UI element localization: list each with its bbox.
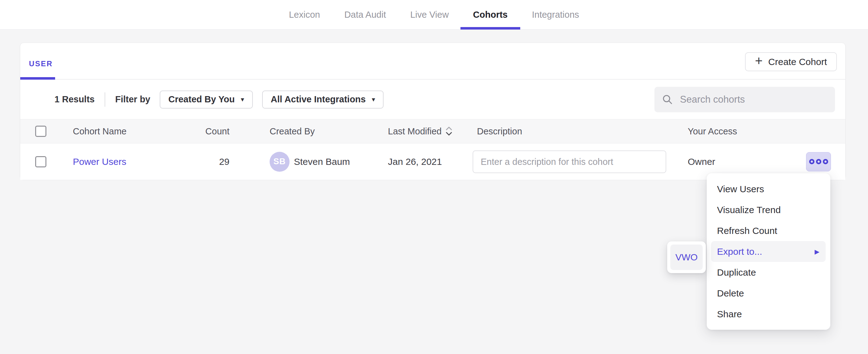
column-header-cohort-name[interactable]: Cohort Name bbox=[73, 126, 126, 136]
menu-item-view-users[interactable]: View Users bbox=[707, 179, 830, 199]
chevron-down-icon: ▾ bbox=[241, 96, 244, 103]
menu-item-share[interactable]: Share bbox=[707, 303, 830, 324]
nav-tab-cohorts[interactable]: Cohorts bbox=[473, 0, 507, 30]
last-modified-value: Jan 26, 2021 bbox=[388, 157, 442, 167]
filter-by-label: Filter by bbox=[115, 94, 150, 104]
submenu-item-vwo[interactable]: VWO bbox=[670, 245, 703, 270]
table-header-row: Cohort Name Count Created By Last Modifi… bbox=[20, 119, 845, 143]
created-by-name: Steven Baum bbox=[294, 157, 350, 167]
tab-user-underline bbox=[20, 77, 55, 79]
created-by-dropdown[interactable]: Created By You ▾ bbox=[160, 91, 253, 108]
nav-tab-integrations[interactable]: Integrations bbox=[532, 0, 579, 30]
create-cohort-button[interactable]: + Create Cohort bbox=[745, 52, 837, 71]
create-cohort-label: Create Cohort bbox=[768, 57, 827, 67]
plus-icon: + bbox=[755, 55, 763, 67]
export-submenu: VWO bbox=[667, 242, 706, 273]
menu-item-visualize-trend[interactable]: Visualize Trend bbox=[707, 199, 830, 220]
more-actions-button[interactable] bbox=[806, 152, 831, 171]
column-header-description[interactable]: Description bbox=[477, 126, 522, 136]
filter-row: 1 Results Filter by Created By You ▾ All… bbox=[20, 79, 845, 119]
menu-item-refresh-count[interactable]: Refresh Count bbox=[707, 220, 830, 241]
cohort-count: 29 bbox=[194, 157, 229, 167]
top-nav-tabs: Lexicon Data Audit Live View Cohorts Int… bbox=[0, 0, 868, 29]
integrations-dropdown-value: All Active Integrations bbox=[271, 94, 366, 104]
column-header-created-by[interactable]: Created By bbox=[270, 126, 315, 136]
search-box[interactable] bbox=[654, 87, 835, 112]
cohort-name-link[interactable]: Power Users bbox=[73, 157, 126, 167]
ellipsis-icon bbox=[823, 159, 828, 164]
card-tab-bar: USER + Create Cohort bbox=[20, 43, 845, 79]
chevron-down-icon: ▾ bbox=[372, 96, 375, 103]
row-checkbox[interactable] bbox=[35, 156, 46, 167]
context-menu: View Users Visualize Trend Refresh Count… bbox=[707, 173, 830, 330]
export-to-label: Export to... bbox=[717, 246, 762, 257]
nav-tab-data-audit[interactable]: Data Audit bbox=[344, 0, 386, 30]
description-input[interactable] bbox=[473, 150, 666, 173]
last-modified-label: Last Modified bbox=[388, 126, 442, 136]
vertical-divider bbox=[104, 92, 105, 107]
menu-item-delete[interactable]: Delete bbox=[707, 283, 830, 303]
sort-icon bbox=[445, 126, 453, 136]
tab-user[interactable]: USER bbox=[29, 59, 53, 68]
top-nav: Lexicon Data Audit Live View Cohorts Int… bbox=[0, 0, 868, 30]
menu-item-duplicate[interactable]: Duplicate bbox=[707, 262, 830, 283]
nav-tab-lexicon[interactable]: Lexicon bbox=[289, 0, 320, 30]
nav-tab-live-view[interactable]: Live View bbox=[410, 0, 449, 30]
submenu-arrow-icon: ▶ bbox=[815, 248, 819, 255]
app-root: Lexicon Data Audit Live View Cohorts Int… bbox=[0, 0, 868, 354]
created-by-cell: SB Steven Baum bbox=[270, 152, 350, 172]
access-value: Owner bbox=[688, 157, 715, 167]
search-cohorts-input[interactable] bbox=[673, 94, 835, 105]
select-all-checkbox[interactable] bbox=[35, 126, 46, 137]
results-count: 1 Results bbox=[55, 94, 95, 104]
column-header-last-modified[interactable]: Last Modified bbox=[388, 126, 453, 136]
created-by-dropdown-value: Created By You bbox=[168, 94, 235, 104]
ellipsis-icon bbox=[816, 159, 821, 164]
column-header-your-access[interactable]: Your Access bbox=[688, 126, 737, 136]
search-icon bbox=[662, 94, 673, 105]
cohorts-card: USER + Create Cohort 1 Results Filter by… bbox=[20, 43, 845, 180]
avatar: SB bbox=[270, 152, 289, 172]
menu-item-export-to[interactable]: Export to... ▶ bbox=[711, 241, 826, 262]
integrations-dropdown[interactable]: All Active Integrations ▾ bbox=[262, 91, 384, 108]
column-header-count[interactable]: Count bbox=[194, 126, 229, 136]
ellipsis-icon bbox=[809, 159, 814, 164]
